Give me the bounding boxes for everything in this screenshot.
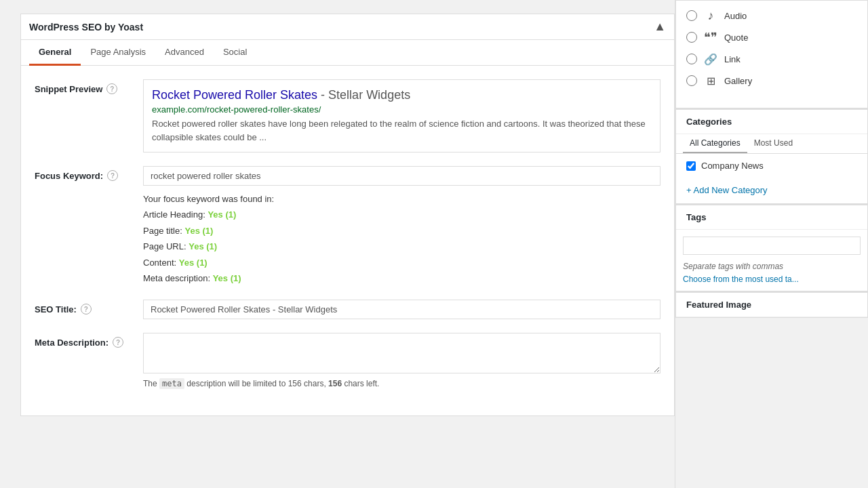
focus-keyword-input[interactable] [143, 166, 660, 186]
format-link-radio[interactable] [686, 54, 697, 64]
sidebar: ♪ Audio ❝❞ Quote 🔗 Link ⊞ Gallery [675, 0, 868, 488]
category-company-news-label: Company News [701, 161, 764, 171]
focus-keyword-help[interactable]: ? [107, 170, 118, 181]
quote-icon: ❝❞ [703, 29, 719, 45]
snippet-preview-help[interactable]: ? [106, 83, 117, 94]
panel-body: Snippet Preview ? Rocket Powered Roller … [21, 66, 674, 415]
seo-title-row: SEO Title: ? [35, 300, 660, 319]
meta-description-content: The meta description will be limited to … [143, 333, 660, 388]
snippet-title: Rocket Powered Roller Skates - Stellar W… [152, 88, 652, 102]
keyword-found: Your focus keyword was found in: Article… [143, 191, 660, 286]
meta-code: meta [159, 378, 184, 389]
meta-description-input[interactable] [143, 333, 660, 373]
add-new-category[interactable]: + Add New Category [676, 182, 867, 203]
meta-description-label: Meta Description: ? [35, 333, 143, 348]
format-options: ♪ Audio ❝❞ Quote 🔗 Link ⊞ Gallery [676, 1, 867, 101]
gallery-icon: ⊞ [703, 73, 719, 89]
format-quote-radio[interactable] [686, 32, 697, 43]
meta-hint: The meta description will be limited to … [143, 379, 660, 388]
snippet-preview-content: Rocket Powered Roller Skates - Stellar W… [143, 79, 660, 152]
format-gallery: ⊞ Gallery [686, 73, 857, 89]
categories-tabs: All Categories Most Used [676, 134, 867, 154]
tab-page-analysis[interactable]: Page Analysis [81, 40, 155, 66]
tab-social[interactable]: Social [214, 40, 256, 66]
snippet-preview-box: Rocket Powered Roller Skates - Stellar W… [143, 79, 660, 152]
seo-title-input[interactable] [143, 300, 660, 319]
meta-description-help[interactable]: ? [113, 337, 123, 348]
link-icon: 🔗 [703, 51, 719, 67]
panel-toggle-icon[interactable]: ▲ [654, 20, 666, 34]
format-link: 🔗 Link [686, 51, 857, 67]
format-quote: ❝❞ Quote [686, 29, 857, 45]
tags-header: Tags [676, 205, 867, 230]
tab-advanced[interactable]: Advanced [155, 40, 214, 66]
seo-title-label: SEO Title: ? [35, 300, 143, 314]
snippet-preview-label: Snippet Preview ? [35, 79, 143, 94]
featured-image-section: Featured Image [675, 292, 868, 318]
format-gallery-radio[interactable] [686, 75, 697, 86]
focus-keyword-content: Your focus keyword was found in: Article… [143, 166, 660, 286]
cat-tab-most-used[interactable]: Most Used [747, 134, 800, 153]
tab-general[interactable]: General [29, 40, 81, 66]
audio-icon: ♪ [703, 7, 719, 24]
categories-section: Categories All Categories Most Used Comp… [675, 109, 868, 204]
panel-title: WordPress SEO by Yoast [29, 22, 143, 33]
seo-title-help[interactable]: ? [81, 304, 92, 314]
snippet-desc: Rocket powered roller skates have long b… [152, 117, 652, 144]
tags-input[interactable] [683, 237, 861, 255]
yoast-panel-header[interactable]: WordPress SEO by Yoast ▲ [21, 14, 674, 40]
category-company-news-checkbox[interactable] [686, 161, 696, 171]
categories-header: Categories [676, 110, 867, 134]
format-section: ♪ Audio ❝❞ Quote 🔗 Link ⊞ Gallery [675, 0, 868, 108]
tags-choose[interactable]: Choose from the most used ta... [676, 274, 867, 291]
category-company-news: Company News [686, 161, 857, 171]
tags-hint: Separate tags with commas [676, 262, 867, 274]
snippet-preview-row: Snippet Preview ? Rocket Powered Roller … [35, 79, 660, 152]
meta-description-row: Meta Description: ? The meta description… [35, 333, 660, 388]
cat-tab-all[interactable]: All Categories [683, 134, 747, 153]
focus-keyword-label: Focus Keyword: ? [35, 166, 143, 181]
format-link-label: Link [724, 54, 741, 64]
format-audio: ♪ Audio [686, 7, 857, 24]
format-audio-radio[interactable] [686, 10, 697, 21]
format-quote-label: Quote [724, 33, 748, 43]
seo-title-content [143, 300, 660, 319]
focus-keyword-row: Focus Keyword: ? Your focus keyword was … [35, 166, 660, 286]
format-audio-label: Audio [724, 11, 747, 21]
format-gallery-label: Gallery [724, 76, 752, 86]
featured-image-header: Featured Image [676, 293, 867, 317]
categories-list: Company News [676, 154, 867, 182]
snippet-url: example.com/rocket-powered-roller-skates… [152, 104, 652, 115]
tags-section: Tags Separate tags with commas Choose fr… [675, 205, 868, 291]
tabs-bar: General Page Analysis Advanced Social [21, 40, 674, 66]
